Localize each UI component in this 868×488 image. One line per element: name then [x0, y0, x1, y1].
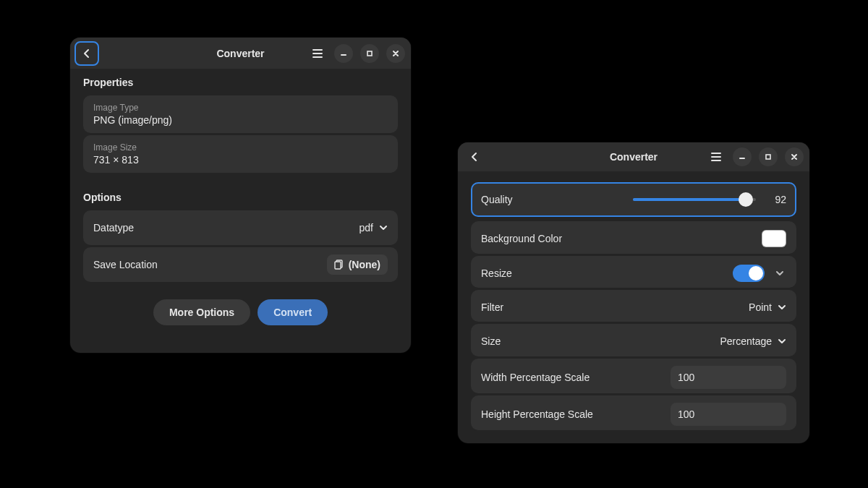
image-type-row: Image Type PNG (image/png) — [83, 95, 398, 133]
svg-rect-2 — [335, 262, 341, 269]
chevron-left-icon — [83, 48, 90, 59]
filter-label: Filter — [481, 301, 503, 313]
chevron-down-icon — [778, 304, 786, 310]
minimize-icon — [340, 50, 347, 57]
titlebar: Converter — [70, 38, 411, 69]
svg-rect-0 — [367, 51, 372, 56]
back-button[interactable] — [76, 43, 98, 64]
image-size-label: Image Size — [93, 142, 139, 153]
close-icon — [392, 50, 399, 57]
maximize-button[interactable] — [360, 44, 379, 63]
hamburger-icon — [711, 153, 721, 161]
chevron-down-icon — [379, 225, 388, 231]
convert-button[interactable]: Convert — [258, 299, 328, 325]
slider-thumb[interactable] — [739, 192, 753, 207]
size-label: Size — [481, 335, 501, 347]
save-location-label: Save Location — [93, 259, 158, 270]
titlebar: Converter — [458, 142, 809, 172]
quality-slider[interactable] — [633, 192, 756, 207]
resize-switch[interactable] — [733, 265, 765, 282]
background-color-row: Background Color — [471, 221, 796, 253]
converter-options-window: Converter Quality — [458, 142, 809, 443]
maximize-icon — [765, 153, 772, 160]
background-color-label: Background Color — [481, 233, 562, 244]
height-scale-label: Height Percentage Scale — [481, 408, 593, 420]
quality-value: 92 — [766, 194, 786, 205]
resize-row: Resize — [471, 256, 796, 288]
hamburger-menu-button[interactable] — [707, 147, 726, 166]
filter-dropdown[interactable]: Point — [749, 301, 786, 313]
size-row[interactable]: Size Percentage — [471, 324, 796, 356]
converter-main-window: Converter Properties Image Type — [70, 38, 411, 353]
chevron-left-icon — [471, 152, 478, 162]
image-type-label: Image Type — [93, 103, 172, 113]
size-value: Percentage — [720, 335, 772, 347]
width-scale-row: Width Percentage Scale — [471, 359, 796, 393]
maximize-button[interactable] — [759, 147, 778, 166]
minimize-icon — [739, 153, 746, 160]
minimize-button[interactable] — [334, 44, 353, 63]
svg-rect-3 — [766, 155, 770, 159]
datatype-row[interactable]: Datatype pdf — [83, 210, 398, 245]
width-scale-label: Width Percentage Scale — [481, 372, 590, 383]
image-size-value: 731 × 813 — [93, 154, 139, 166]
quality-row[interactable]: Quality 92 — [471, 182, 796, 217]
size-dropdown[interactable]: Percentage — [720, 335, 786, 347]
minimize-button[interactable] — [733, 147, 752, 166]
filter-row[interactable]: Filter Point — [471, 290, 796, 322]
height-scale-row: Height Percentage Scale — [471, 395, 796, 430]
width-scale-input[interactable] — [671, 366, 786, 389]
save-location-value: (None) — [349, 259, 380, 270]
save-location-row: Save Location (None) — [83, 247, 398, 282]
height-scale-input[interactable] — [671, 403, 786, 426]
maximize-icon — [366, 50, 373, 57]
save-location-button[interactable]: (None) — [327, 254, 388, 275]
image-size-row: Image Size 731 × 813 — [83, 135, 398, 173]
close-button[interactable] — [386, 44, 405, 63]
chevron-down-icon — [778, 338, 786, 344]
datatype-dropdown[interactable]: pdf — [359, 222, 388, 234]
background-color-swatch[interactable] — [762, 230, 786, 247]
document-icon — [334, 260, 344, 270]
image-type-value: PNG (image/png) — [93, 114, 172, 126]
quality-label: Quality — [481, 194, 513, 205]
more-options-button[interactable]: More Options — [153, 299, 250, 325]
hamburger-icon — [312, 49, 323, 58]
hamburger-menu-button[interactable] — [308, 44, 327, 63]
back-button[interactable] — [464, 146, 485, 168]
slider-fill — [633, 198, 746, 201]
close-icon — [791, 153, 798, 160]
datatype-value: pdf — [359, 222, 373, 234]
properties-header: Properties — [83, 77, 398, 88]
options-header: Options — [83, 192, 398, 203]
close-button[interactable] — [785, 147, 804, 166]
resize-label: Resize — [481, 267, 512, 279]
chevron-down-icon — [775, 270, 784, 276]
filter-value: Point — [749, 301, 772, 313]
datatype-label: Datatype — [93, 222, 134, 234]
resize-expand-button[interactable] — [773, 270, 786, 276]
